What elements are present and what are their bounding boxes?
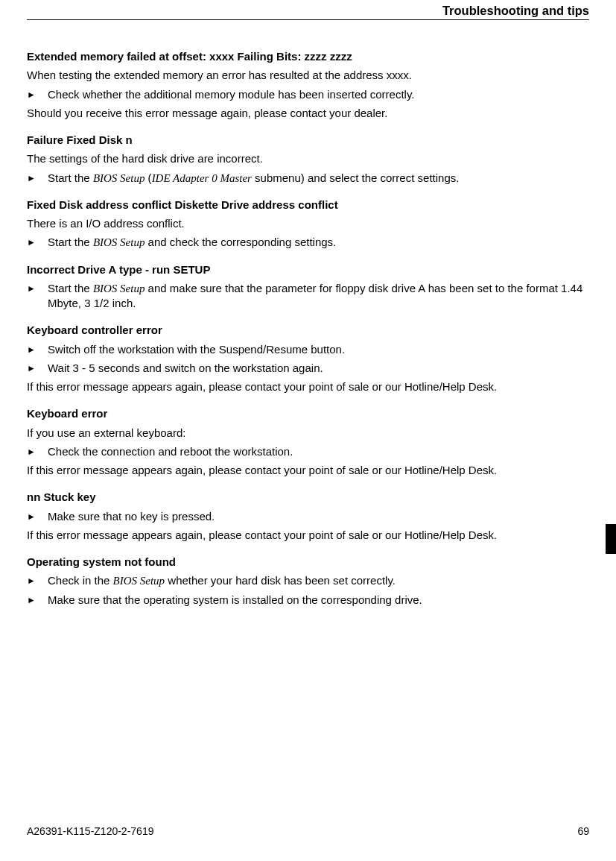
- section-title: Keyboard controller error: [27, 323, 589, 338]
- bullet-marker-icon: ►: [27, 573, 48, 587]
- section-outro: If this error message appears again, ple…: [27, 463, 589, 478]
- bullet-item: ►Check whether the additional memory mod…: [27, 87, 589, 102]
- bullet-marker-icon: ►: [27, 444, 48, 458]
- section-title: Operating system not found: [27, 555, 589, 570]
- section-title: Extended memory failed at offset: xxxx F…: [27, 49, 589, 64]
- section-outro: Should you receive this error message ag…: [27, 106, 589, 121]
- page-header: Troubleshooting and tips: [442, 0, 589, 19]
- section-outro: If this error message appears again, ple…: [27, 528, 589, 543]
- bullet-text: Start the BIOS Setup and check the corre…: [48, 235, 589, 250]
- bullet-text: Wait 3 - 5 seconds and switch on the wor…: [48, 361, 589, 376]
- page-footer: A26391-K115-Z120-2-7619 69: [27, 824, 589, 839]
- section-intro: If you use an external keyboard:: [27, 426, 589, 441]
- bullet-text: Start the BIOS Setup (IDE Adapter 0 Mast…: [48, 171, 589, 186]
- bullet-marker-icon: ►: [27, 509, 48, 523]
- bullet-marker-icon: ►: [27, 361, 48, 374]
- section-title: Incorrect Drive A type - run SETUP: [27, 262, 589, 277]
- section-title: nn Stuck key: [27, 490, 589, 505]
- bullet-item: ►Start the BIOS Setup (IDE Adapter 0 Mas…: [27, 171, 589, 186]
- header-rule: [27, 19, 589, 20]
- bullet-marker-icon: ►: [27, 342, 48, 356]
- section-intro: When testing the extended memory an erro…: [27, 68, 589, 83]
- header-title: Troubleshooting and tips: [442, 4, 589, 17]
- bullet-item: ►Wait 3 - 5 seconds and switch on the wo…: [27, 361, 589, 376]
- doc-number: A26391-K115-Z120-2-7619: [27, 824, 153, 839]
- bullet-item: ►Make sure that no key is pressed.: [27, 509, 589, 524]
- section-title: Keyboard error: [27, 406, 589, 421]
- bullet-item: ►Check the connection and reboot the wor…: [27, 444, 589, 459]
- bullet-item: ►Switch off the workstation with the Sus…: [27, 342, 589, 357]
- bullet-text: Make sure that the operating system is i…: [48, 593, 589, 608]
- bullet-text: Check whether the additional memory modu…: [48, 87, 589, 102]
- page-number: 69: [577, 824, 589, 839]
- section-title: Fixed Disk address conflict Diskette Dri…: [27, 198, 589, 212]
- bullet-marker-icon: ►: [27, 87, 48, 101]
- section-intro: There is an I/O address conflict.: [27, 216, 589, 231]
- bullet-marker-icon: ►: [27, 593, 48, 606]
- bullet-marker-icon: ►: [27, 235, 48, 248]
- section-intro: The settings of the hard disk drive are …: [27, 151, 589, 166]
- bullet-text: Check the connection and reboot the work…: [48, 444, 589, 459]
- thumb-tab: [606, 524, 616, 554]
- bullet-text: Make sure that no key is pressed.: [48, 509, 589, 524]
- bullet-item: ►Start the BIOS Setup and make sure that…: [27, 281, 589, 312]
- bullet-item: ►Start the BIOS Setup and check the corr…: [27, 235, 589, 250]
- bullet-text: Switch off the workstation with the Susp…: [48, 342, 589, 357]
- bullet-marker-icon: ►: [27, 171, 48, 184]
- section-title: Failure Fixed Disk n: [27, 133, 589, 148]
- bullet-text: Check in the BIOS Setup whether your har…: [48, 573, 589, 588]
- page-content: Extended memory failed at offset: xxxx F…: [27, 49, 589, 611]
- bullet-item: ►Make sure that the operating system is …: [27, 593, 589, 608]
- section-outro: If this error message appears again, ple…: [27, 379, 589, 394]
- bullet-item: ►Check in the BIOS Setup whether your ha…: [27, 573, 589, 588]
- bullet-marker-icon: ►: [27, 281, 48, 294]
- bullet-text: Start the BIOS Setup and make sure that …: [48, 281, 589, 312]
